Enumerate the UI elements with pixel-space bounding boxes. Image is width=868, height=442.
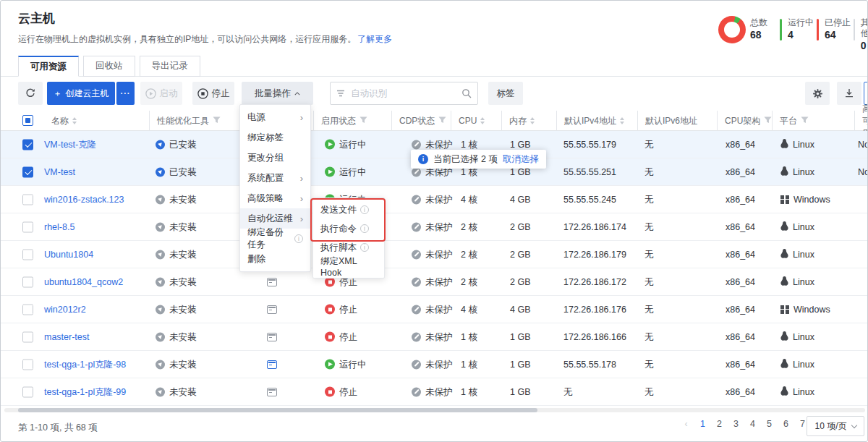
row-checkbox[interactable] — [22, 166, 33, 177]
menu-item-bind-backup-task[interactable]: 绑定备份任务i — [240, 229, 310, 249]
page-number-4[interactable]: 4 — [747, 419, 758, 429]
menu-item-system-config[interactable]: 系统配置› — [240, 168, 310, 188]
tab-bar: 可用资源回收站导出记录 — [18, 56, 200, 77]
sort-icon[interactable] — [72, 117, 77, 124]
vm-name-link[interactable]: win2016-zstack.123 — [44, 195, 124, 205]
page-number-1[interactable]: 1 — [697, 419, 708, 429]
settings-button[interactable] — [805, 82, 830, 105]
sort-icon[interactable] — [620, 117, 624, 124]
cell-ipv4: 无 — [563, 386, 573, 398]
batch-actions-button[interactable]: 批量操作 — [242, 82, 313, 105]
tag-button[interactable]: 标签 — [488, 82, 523, 105]
search-input[interactable] — [349, 88, 457, 99]
row-checkbox[interactable] — [22, 386, 33, 397]
menu-item-change-group[interactable]: 更改分组 — [240, 148, 310, 168]
column-header-ha[interactable]: 高可用 — [854, 111, 868, 131]
console-icon[interactable] — [267, 333, 277, 341]
column-header-cpu[interactable]: CPU — [451, 111, 485, 131]
filter-funnel-icon[interactable] — [801, 116, 809, 126]
perf-tool-icon — [156, 140, 165, 149]
vm-name-link[interactable]: VM-test-克隆 — [44, 138, 96, 150]
deselect-link[interactable]: 取消选择 — [503, 153, 539, 166]
submenu-item-run-command[interactable]: 执行命令i — [313, 219, 384, 238]
filter-funnel-icon[interactable] — [213, 116, 221, 126]
row-checkbox[interactable] — [22, 359, 33, 370]
stop-button[interactable]: 停止 — [192, 82, 234, 105]
more-actions-button[interactable]: ··· — [116, 82, 135, 105]
search-box — [330, 82, 478, 105]
view-toggle-button[interactable] — [864, 82, 868, 105]
page-number-3[interactable]: 3 — [731, 419, 741, 429]
linux-icon — [780, 331, 788, 343]
tab-available[interactable]: 可用资源 — [18, 56, 79, 77]
vm-name-link[interactable]: win2012r2 — [44, 305, 86, 315]
filter-lines-icon — [336, 90, 345, 97]
console-icon[interactable] — [267, 360, 277, 369]
vm-name-link[interactable]: test-qga-1-pl克隆-99 — [44, 386, 126, 398]
create-vm-button[interactable]: ＋创建云主机 — [47, 82, 115, 105]
column-header-perf[interactable]: 性能优化工具 — [149, 111, 221, 131]
row-checkbox[interactable] — [22, 331, 33, 342]
cdp-label: 未保护 — [425, 331, 453, 343]
console-icon[interactable] — [267, 278, 277, 286]
submenu-item-bind-xml-hook[interactable]: 绑定XML Hook — [313, 257, 384, 276]
submenu-item-send-file[interactable]: 发送文件i — [313, 200, 384, 219]
page-number-2[interactable]: 2 — [714, 419, 725, 429]
row-checkbox[interactable] — [22, 221, 33, 232]
running-status-icon — [325, 167, 335, 177]
vm-name-link[interactable]: VM-test — [44, 167, 75, 177]
submenu-item-run-script[interactable]: 执行脚本i — [313, 238, 384, 257]
cell-cdp: 未保护 — [412, 358, 453, 370]
menu-item-automation-ops[interactable]: 自动化运维› — [240, 208, 310, 229]
cell-arch: x86_64 — [726, 387, 755, 397]
platform-label: Linux — [793, 250, 814, 260]
vm-name-link[interactable]: ubuntu1804_qcow2 — [44, 277, 123, 287]
filter-funnel-icon[interactable] — [764, 116, 772, 126]
cell-cpu: 1 核 — [461, 386, 477, 398]
scrollbar-thumb[interactable] — [18, 408, 537, 412]
row-checkbox[interactable] — [22, 276, 33, 287]
tab-recycle[interactable]: 回收站 — [83, 56, 135, 77]
column-header-mem[interactable]: 内存 — [501, 111, 535, 131]
column-header-arch[interactable]: CPU架构 — [717, 111, 772, 131]
vm-name-link[interactable]: master-test — [44, 332, 90, 342]
page-number-5[interactable]: 5 — [764, 419, 775, 429]
column-header-platform[interactable]: 平台 — [772, 111, 809, 131]
console-icon[interactable] — [267, 388, 277, 396]
column-header-ipv4[interactable]: 默认IPv4地址 — [556, 111, 624, 131]
filter-funnel-icon[interactable] — [438, 116, 446, 126]
column-header-ipv6[interactable]: 默认IPv6地址 — [637, 111, 697, 131]
vm-name-link[interactable]: test-qga-1-pl克隆-98 — [44, 358, 126, 370]
menu-item-bind-tag[interactable]: 绑定标签 — [240, 127, 310, 148]
column-header-name[interactable]: 名称 — [44, 111, 77, 131]
vm-name-link[interactable]: Ubuntu1804 — [44, 250, 93, 260]
console-icon[interactable] — [267, 305, 277, 314]
menu-item-label: 自动化运维 — [247, 213, 293, 225]
refresh-button[interactable] — [18, 82, 43, 105]
export-button[interactable] — [837, 82, 861, 105]
search-icon[interactable] — [461, 88, 472, 98]
row-checkbox[interactable] — [22, 194, 33, 205]
vm-name-link[interactable]: rhel-8.5 — [44, 222, 75, 232]
tab-export[interactable]: 导出记录 — [140, 56, 200, 77]
running-status-icon — [325, 360, 335, 370]
page-size-select[interactable]: 10 项/页 — [807, 416, 864, 436]
select-all-checkbox[interactable] — [22, 115, 33, 126]
menu-item-advanced-policy[interactable]: 高级策略› — [240, 188, 310, 208]
filter-funnel-icon[interactable] — [359, 116, 367, 126]
sort-icon[interactable] — [530, 117, 535, 124]
menu-item-delete[interactable]: 删除 — [240, 249, 310, 269]
menu-item-power[interactable]: 电源› — [240, 107, 310, 127]
row-checkbox[interactable] — [22, 249, 33, 260]
cell-ipv4: 172.26.186.166 — [563, 332, 626, 342]
learn-more-link[interactable]: 了解更多 — [357, 34, 392, 44]
row-checkbox[interactable] — [22, 139, 33, 150]
cell-console — [267, 278, 277, 286]
column-header-cdp[interactable]: CDP状态 — [391, 111, 446, 131]
column-header-status[interactable]: 启用状态 — [313, 111, 367, 131]
cell-cpu: 1 核 — [461, 358, 477, 370]
page-number-6[interactable]: 6 — [780, 419, 791, 429]
cell-ipv4-value: 无 — [563, 386, 573, 398]
row-checkbox[interactable] — [22, 304, 33, 315]
sort-icon[interactable] — [480, 117, 485, 124]
